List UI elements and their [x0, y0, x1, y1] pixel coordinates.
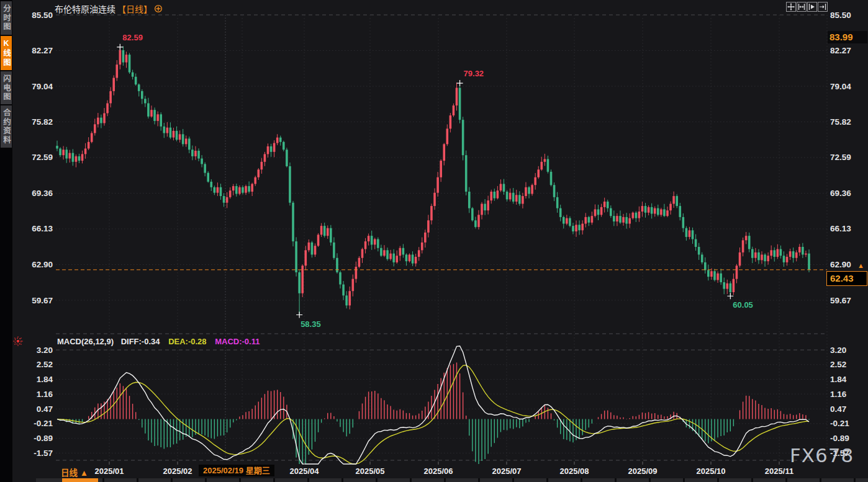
- month-label: 2025/09: [628, 466, 658, 476]
- month-label: 2025/07: [492, 466, 522, 476]
- price-tick-label-left: 62.90: [32, 260, 53, 269]
- month-label: 2025/01: [95, 466, 124, 476]
- price-tick-label-left: 79.04: [32, 82, 53, 91]
- macd-tick-label-left: 0.47: [37, 404, 53, 414]
- price-tick-label-right: 59.67: [830, 296, 851, 305]
- macd-tick-label-right: -0.89: [830, 434, 849, 443]
- extreme-cross-marker: [727, 293, 733, 299]
- annotation-low-apr: 58.35: [301, 319, 321, 329]
- macd-tick-label-left: 2.52: [37, 360, 53, 369]
- price-tick-label-right: 72.59: [830, 153, 851, 162]
- sidebar-item-flash-chart[interactable]: 闪电图: [1, 71, 12, 105]
- candlestick-series: [56, 46, 810, 315]
- macd-tick-label-right: 2.52: [830, 360, 846, 369]
- price-tick-label-left: 85.50: [32, 11, 53, 20]
- price-up-arrow-icon: ▲: [857, 262, 864, 269]
- extreme-cross-marker: [457, 80, 463, 86]
- extreme-cross-marker: [117, 44, 123, 50]
- period-tag: 【日线】: [117, 2, 152, 15]
- chart-canvas[interactable]: 85.5085.5082.2782.2779.0479.0475.8275.82…: [0, 0, 868, 482]
- settings-gear-icon[interactable]: [154, 4, 163, 13]
- price-tick-label-right: 82.27: [830, 46, 851, 55]
- price-tick-label-left: 66.13: [32, 224, 53, 233]
- price-tick-label-right: 79.04: [830, 82, 851, 91]
- price-tick-label-left: 72.59: [32, 153, 53, 162]
- macd-tick-label-right: 1.16: [830, 390, 847, 399]
- price-tick-label-right: 85.50: [830, 11, 851, 20]
- crosshair-date-label: 2025/02/19 星期三: [199, 465, 274, 476]
- price-tick-label-right: 75.82: [830, 117, 851, 127]
- month-label: 2025/04: [290, 466, 320, 476]
- macd-tick-label-left: -0.89: [34, 434, 53, 443]
- extreme-cross-marker: [296, 312, 302, 318]
- macd-tick-label-left: -1.57: [34, 449, 53, 458]
- macd-dea-value: DEA:-0.28: [168, 337, 206, 346]
- last-price-tag: 62.43: [826, 271, 867, 286]
- macd-tick-label-right: 0.47: [830, 404, 846, 414]
- chart-toolbar: [786, 2, 828, 12]
- annotation-high-jan: 82.59: [122, 33, 143, 42]
- scrollbar-thumb[interactable]: [62, 478, 98, 482]
- reference-price-tag: 83.99: [828, 31, 867, 43]
- left-tab-rail: 分时图 K线图 闪电图 合约资料: [0, 0, 12, 482]
- macd-tick-label-right: 1.84: [830, 375, 847, 384]
- macd-histogram: [60, 362, 809, 464]
- annotation-low-oct: 60.05: [733, 300, 753, 310]
- sidebar-item-kline-chart[interactable]: K线图: [1, 36, 12, 70]
- price-tick-label-left: 59.67: [32, 296, 53, 305]
- macd-legend: MACD(26,12,9) DIFF:-0.34 DEA:-0.28 MACD:…: [57, 337, 260, 346]
- macd-tick-label-left: -0.21: [34, 419, 53, 428]
- sidebar-item-time-chart[interactable]: 分时图: [1, 1, 12, 35]
- indicator-alert-icon[interactable]: [12, 336, 24, 349]
- fit-width-icon[interactable]: [797, 2, 807, 12]
- pan-tool-icon[interactable]: [786, 2, 796, 12]
- month-label: 2025/02: [163, 466, 192, 476]
- macd-diff-value: DIFF:-0.34: [121, 337, 160, 346]
- month-label: 2025/11: [765, 466, 793, 476]
- macd-tick-label-left: 1.16: [37, 390, 53, 399]
- price-tick-label-right: 69.36: [830, 189, 851, 198]
- symbol-name: 布伦特原油连续: [55, 2, 115, 15]
- macd-tick-label-right: 3.20: [830, 346, 846, 355]
- annotation-high-jun: 79.32: [464, 69, 484, 78]
- macd-tick-label-left: 3.20: [37, 346, 53, 355]
- month-label: 2025/05: [356, 466, 385, 476]
- chart-scrollbar[interactable]: [36, 478, 868, 482]
- price-tick-label-left: 82.27: [32, 46, 53, 55]
- month-label: 2025/06: [424, 466, 453, 476]
- period-selector[interactable]: 日线 ▲: [61, 466, 88, 478]
- chart-title: 布伦特原油连续 【日线】: [55, 2, 163, 15]
- price-tick-label-left: 69.36: [32, 189, 53, 198]
- month-label: 2025/10: [697, 466, 726, 476]
- diff-line: [57, 346, 809, 464]
- macd-tick-label-right: -0.21: [830, 419, 849, 428]
- watermark: FX678: [790, 444, 854, 466]
- price-tick-label-left: 75.82: [32, 117, 53, 127]
- macd-macd-value: MACD:-0.11: [215, 337, 260, 346]
- macd-params: MACD(26,12,9): [57, 337, 114, 346]
- goto-latest-icon[interactable]: [818, 2, 828, 12]
- price-tick-label-right: 62.90: [830, 260, 851, 269]
- sidebar-item-contract-info[interactable]: 合约资料: [1, 105, 12, 148]
- macd-tick-label-left: 1.84: [37, 375, 53, 384]
- play-forward-icon[interactable]: [807, 2, 817, 12]
- month-label: 2025/08: [560, 466, 589, 476]
- dea-line: [57, 365, 809, 464]
- price-tick-label-right: 66.13: [830, 224, 851, 233]
